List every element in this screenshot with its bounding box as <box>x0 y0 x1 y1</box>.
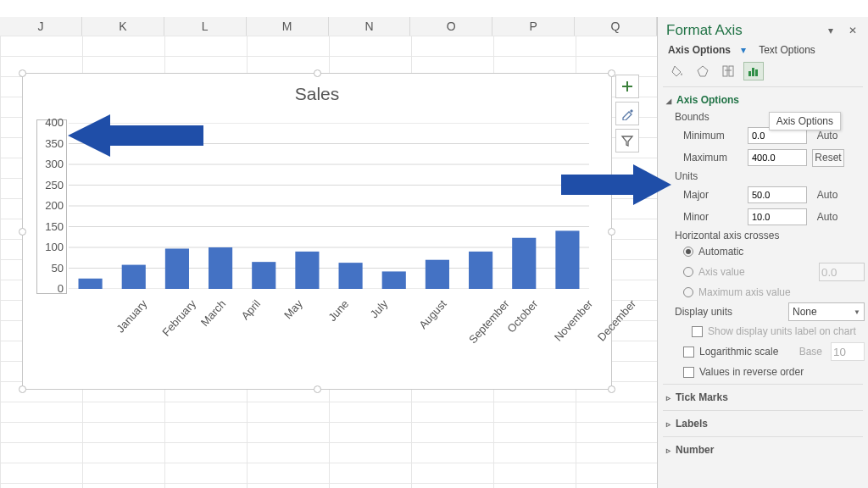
pane-close-icon[interactable]: ✕ <box>846 25 860 36</box>
row-minor: Minor Auto <box>666 206 865 228</box>
bar[interactable] <box>165 248 189 289</box>
svg-marker-16 <box>561 164 671 205</box>
axis-options-icon[interactable] <box>744 63 763 80</box>
tab-text-options[interactable]: Text Options <box>759 44 815 56</box>
annotation-arrow-right <box>561 161 671 208</box>
x-tick-label: June <box>326 297 352 324</box>
bar[interactable] <box>79 279 103 289</box>
maximum-input[interactable] <box>748 149 807 166</box>
x-tick-label: July <box>368 297 391 320</box>
major-input[interactable] <box>748 186 807 203</box>
pane-title: Format Axis <box>666 22 824 39</box>
x-tick-label: February <box>159 297 198 339</box>
radio-dot-icon <box>683 267 693 277</box>
svg-rect-14 <box>755 69 758 76</box>
x-tick-label: May <box>281 297 305 321</box>
checkbox-icon <box>683 347 694 358</box>
y-tick-label: 350 <box>40 137 64 150</box>
pane-menu-icon[interactable]: ▾ <box>824 25 837 36</box>
y-tick-label: 250 <box>40 179 64 191</box>
chart-styles-button[interactable] <box>615 102 639 125</box>
col-N[interactable]: N <box>329 17 411 36</box>
x-tick-label: March <box>198 297 228 329</box>
section-axis-options[interactable]: Axis Options <box>666 91 865 109</box>
x-tick-label: September <box>466 297 512 346</box>
minor-auto: Auto <box>812 211 843 223</box>
bar[interactable] <box>295 252 319 289</box>
group-hcross: Horizontal axis crosses <box>666 228 865 243</box>
x-axis-labels: JanuaryFebruaryMarchAprilMayJuneJulyAugu… <box>69 292 589 360</box>
check-reverse[interactable]: Values in reverse order <box>666 363 865 380</box>
size-props-icon[interactable] <box>719 63 737 80</box>
x-tick-label: November <box>552 297 595 344</box>
y-tick-label: 400 <box>40 116 64 129</box>
col-J[interactable]: J <box>0 17 82 36</box>
x-tick-label: August <box>416 297 448 331</box>
check-log-scale[interactable]: Logarithmic scale Base <box>666 340 865 363</box>
bar[interactable] <box>512 238 536 289</box>
bar[interactable] <box>469 252 492 289</box>
bar[interactable] <box>339 263 363 289</box>
col-M[interactable]: M <box>247 17 329 36</box>
bar[interactable] <box>122 265 146 289</box>
minimum-auto: Auto <box>812 130 843 141</box>
bar[interactable] <box>209 247 232 289</box>
y-tick-label: 100 <box>40 241 64 253</box>
checkbox-icon <box>692 326 703 337</box>
axis-value-input[interactable] <box>819 263 865 281</box>
y-tick-label: 200 <box>40 199 64 212</box>
minor-input[interactable] <box>748 208 807 225</box>
section-tick-marks[interactable]: Tick Marks <box>666 388 865 407</box>
col-P[interactable]: P <box>492 17 575 36</box>
format-axis-pane: Format Axis ▾ ✕ Axis Options▾ Text Optio… <box>657 17 868 488</box>
y-tick-label: 50 <box>40 262 64 274</box>
bar[interactable] <box>426 260 449 289</box>
row-maximum: Maximum Reset <box>666 147 865 169</box>
svg-marker-15 <box>68 114 203 157</box>
chart-side-buttons <box>615 75 639 152</box>
pane-icon-row <box>658 59 868 86</box>
section-labels[interactable]: Labels <box>666 414 865 433</box>
col-Q[interactable]: Q <box>575 17 657 36</box>
bar[interactable] <box>252 262 275 289</box>
effects-icon[interactable] <box>693 63 712 80</box>
radio-automatic[interactable]: Automatic <box>666 243 865 260</box>
row-display-units: Display units None▼ <box>666 301 865 323</box>
svg-rect-11 <box>729 66 733 76</box>
row-major: Major Auto <box>666 184 865 206</box>
log-base-input <box>831 342 865 361</box>
svg-rect-10 <box>723 66 727 76</box>
tab-axis-options[interactable]: Axis Options <box>668 44 731 56</box>
svg-rect-13 <box>752 68 754 76</box>
y-tick-label: 150 <box>40 220 64 233</box>
radio-dot-icon <box>683 287 693 297</box>
column-headers: J K L M N O P Q <box>0 17 657 36</box>
radio-axis-value[interactable]: Axis value <box>666 260 865 284</box>
axis-options-tooltip: Axis Options <box>769 112 841 130</box>
fill-icon[interactable] <box>668 63 687 80</box>
checkbox-icon <box>683 367 694 378</box>
maximum-reset-button[interactable]: Reset <box>812 149 844 167</box>
col-O[interactable]: O <box>410 17 492 36</box>
formula-strip <box>0 0 657 18</box>
x-tick-label: April <box>238 297 263 322</box>
section-number[interactable]: Number <box>666 441 865 459</box>
annotation-arrow-left <box>68 110 203 161</box>
chart-filter-button[interactable] <box>615 129 639 152</box>
col-L[interactable]: L <box>164 17 247 36</box>
x-tick-label: January <box>114 297 150 335</box>
bar[interactable] <box>555 230 579 289</box>
col-K[interactable]: K <box>82 17 164 36</box>
chart-title[interactable]: Sales <box>23 74 611 109</box>
bar[interactable] <box>382 271 406 289</box>
group-units: Units <box>666 169 865 184</box>
check-show-display-units[interactable]: Show display units label on chart <box>666 323 865 340</box>
display-units-select[interactable]: None▼ <box>788 302 865 321</box>
svg-marker-9 <box>698 66 708 76</box>
chart-add-element-button[interactable] <box>615 75 639 98</box>
y-tick-label: 300 <box>40 158 64 170</box>
radio-dot-icon <box>683 247 693 257</box>
svg-rect-12 <box>748 71 751 76</box>
radio-max-axis-value[interactable]: Maximum axis value <box>666 284 865 301</box>
y-tick-label: 0 <box>40 282 64 295</box>
